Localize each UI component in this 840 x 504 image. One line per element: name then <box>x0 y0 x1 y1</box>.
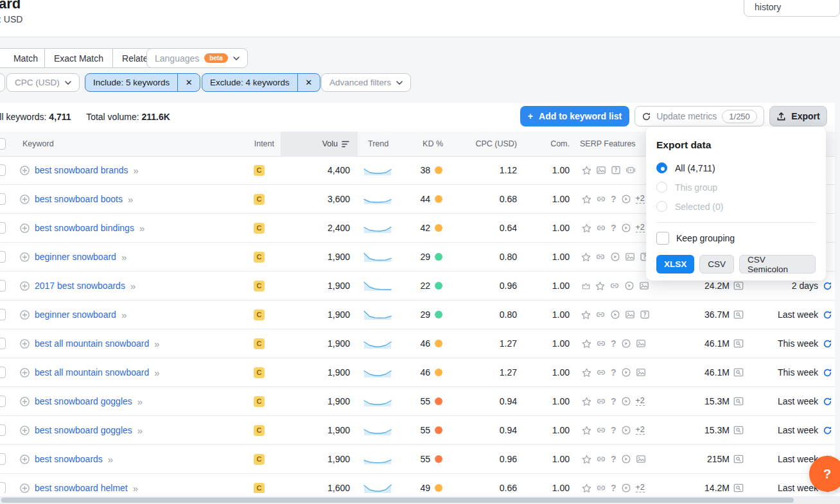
expand-keyword-icon[interactable]: » <box>133 483 138 494</box>
filter-chip-fragment[interactable] <box>0 73 5 92</box>
serp-preview-icon[interactable] <box>733 309 744 320</box>
keyword-link[interactable]: 2017 best snowboards <box>35 281 125 291</box>
expand-keyword-icon[interactable]: » <box>137 396 143 407</box>
serp-preview-icon[interactable] <box>733 367 744 378</box>
export-csv-button[interactable]: CSV <box>699 255 734 274</box>
row-checkbox[interactable] <box>0 164 6 176</box>
expand-keyword-icon[interactable]: » <box>134 165 139 176</box>
row-checkbox[interactable] <box>0 309 6 320</box>
row-checkbox[interactable] <box>0 280 6 291</box>
exclude-filter-chip[interactable]: Exclude: 4 keywords ✕ <box>202 73 320 92</box>
add-keyword-icon[interactable] <box>19 338 30 349</box>
row-checkbox[interactable] <box>0 338 6 349</box>
remove-include-filter-icon[interactable]: ✕ <box>177 74 200 91</box>
serp-preview-icon[interactable] <box>733 338 744 349</box>
keep-grouping-option[interactable]: Keep grouping <box>656 232 816 245</box>
export-xlsx-button[interactable]: XLSX <box>656 255 694 274</box>
expand-keyword-icon[interactable]: » <box>154 367 159 378</box>
row-checkbox[interactable] <box>0 367 6 378</box>
keyword-link[interactable]: best snowboard goggles <box>35 396 132 406</box>
expand-keyword-icon[interactable]: » <box>139 223 144 234</box>
keyword-link[interactable]: beginner snowboard <box>35 309 116 320</box>
radio-selected-icon[interactable] <box>656 162 667 173</box>
column-volume-sorted[interactable]: Volu <box>281 132 358 156</box>
row-checkbox[interactable] <box>0 453 6 465</box>
add-keyword-icon[interactable] <box>19 194 30 204</box>
column-com[interactable]: Com. <box>520 139 572 148</box>
add-keyword-icon[interactable] <box>19 454 30 464</box>
include-filter-chip[interactable]: Include: 5 keywords ✕ <box>85 73 200 92</box>
select-all-checkbox[interactable] <box>0 138 6 150</box>
column-keyword[interactable]: Keyword <box>14 139 247 148</box>
row-checkbox[interactable] <box>0 424 6 436</box>
add-keyword-icon[interactable] <box>19 309 30 320</box>
keyword-link[interactable]: best snowboard helmet <box>35 483 128 493</box>
column-trend[interactable]: Trend <box>358 139 401 148</box>
column-intent[interactable]: Intent <box>247 139 281 148</box>
refresh-icon[interactable] <box>822 396 832 406</box>
remove-exclude-filter-icon[interactable]: ✕ <box>297 74 320 91</box>
tab-exact-match[interactable]: Exact Match <box>44 49 112 67</box>
more-serp-features-link[interactable]: +2 <box>636 483 645 493</box>
table-row[interactable]: best snowboard goggles»C1,900550.941.00?… <box>0 387 835 416</box>
update-metrics-button[interactable]: Update metrics 1/250 <box>634 106 764 126</box>
expand-keyword-icon[interactable]: » <box>108 454 113 465</box>
expand-keyword-icon[interactable]: » <box>154 338 159 349</box>
add-keyword-icon[interactable] <box>19 425 30 435</box>
table-row[interactable]: best snowboard helmet»C1,600490.661.00?+… <box>0 474 835 493</box>
serp-preview-icon[interactable] <box>733 483 744 493</box>
column-serp-features[interactable]: SERP Features <box>572 139 649 148</box>
keyword-link[interactable]: best snowboard bindings <box>35 223 134 233</box>
row-checkbox[interactable] <box>0 482 6 493</box>
view-search-history-button[interactable]: View search history <box>744 0 840 17</box>
row-checkbox[interactable] <box>0 395 6 407</box>
add-keyword-icon[interactable] <box>19 483 30 493</box>
export-csv-semicolon-button[interactable]: CSV Semicolon <box>739 255 816 274</box>
expand-keyword-icon[interactable]: » <box>121 309 127 320</box>
row-checkbox[interactable] <box>0 222 6 234</box>
keyword-link[interactable]: best snowboard goggles <box>35 425 132 435</box>
horizontal-scrollbar-thumb[interactable] <box>1 498 794 503</box>
expand-keyword-icon[interactable]: » <box>137 425 143 436</box>
column-cpc[interactable]: CPC (USD) <box>450 139 520 148</box>
serp-preview-icon[interactable] <box>733 281 744 291</box>
add-keyword-icon[interactable] <box>19 223 30 233</box>
refresh-icon[interactable] <box>822 309 832 320</box>
keyword-link[interactable]: best all mountain snowboard <box>35 367 149 378</box>
serp-preview-icon[interactable] <box>733 454 744 464</box>
keyword-link[interactable]: best all mountain snowboard <box>35 338 149 349</box>
keyword-link[interactable]: best snowboards <box>35 454 103 464</box>
add-to-keyword-list-button[interactable]: + Add to keyword list <box>520 106 629 126</box>
column-kd[interactable]: KD % <box>401 139 450 148</box>
row-checkbox[interactable] <box>0 193 6 205</box>
table-row[interactable]: best snowboard goggles»C1,900550.941.00?… <box>0 416 835 445</box>
expand-keyword-icon[interactable]: » <box>130 281 136 291</box>
more-serp-features-link[interactable]: +2 <box>636 195 645 204</box>
export-option-all[interactable]: All (4,711) <box>656 162 816 173</box>
checkbox-unchecked-icon[interactable] <box>656 232 669 245</box>
more-serp-features-link[interactable]: +2 <box>636 397 645 406</box>
expand-keyword-icon[interactable]: » <box>121 252 127 263</box>
keyword-link[interactable]: best snowboard brands <box>35 165 128 175</box>
refresh-icon[interactable] <box>822 367 832 378</box>
add-keyword-icon[interactable] <box>19 281 30 291</box>
add-keyword-icon[interactable] <box>19 165 30 175</box>
table-row[interactable]: beginner snowboard»C1,900290.801.00?36.7… <box>0 300 835 329</box>
table-row[interactable]: best all mountain snowboard»C1,900461.27… <box>0 358 835 387</box>
export-button[interactable]: Export <box>769 106 827 126</box>
tab-broad-match[interactable]: Match <box>0 49 44 67</box>
refresh-icon[interactable] <box>822 425 832 435</box>
more-serp-features-link[interactable]: +2 <box>636 223 645 233</box>
cpc-filter-dropdown[interactable]: CPC (USD) <box>6 73 80 92</box>
serp-preview-icon[interactable] <box>733 396 744 406</box>
table-row[interactable]: best snowboards»C1,900550.961.00?215MLas… <box>0 445 835 474</box>
add-keyword-icon[interactable] <box>19 367 30 378</box>
keyword-link[interactable]: beginner snowboard <box>35 252 116 262</box>
more-serp-features-link[interactable]: +2 <box>636 426 645 435</box>
keyword-link[interactable]: best snowboard boots <box>35 194 123 204</box>
row-checkbox[interactable] <box>0 251 6 263</box>
refresh-icon[interactable] <box>822 281 832 291</box>
serp-preview-icon[interactable] <box>733 425 744 435</box>
add-keyword-icon[interactable] <box>19 396 30 406</box>
table-row[interactable]: best all mountain snowboard»C1,900461.27… <box>0 329 835 358</box>
